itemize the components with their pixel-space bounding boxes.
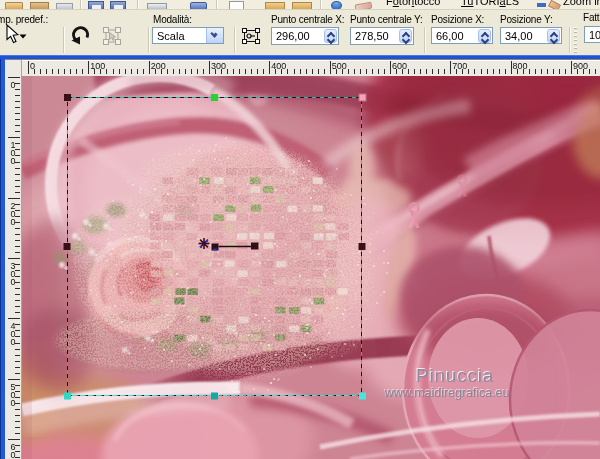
svg-text:Pinuccia: Pinuccia — [416, 365, 494, 386]
svg-text:www.maidiregrafica.eu: www.maidiregrafica.eu — [384, 386, 510, 400]
